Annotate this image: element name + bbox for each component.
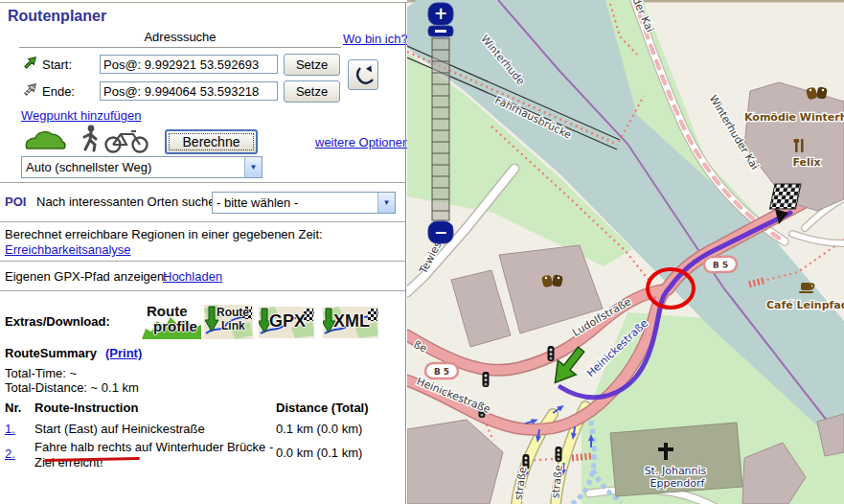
instruction-2-distance: 0.0 km (0.1 km) [276,446,362,460]
badge-text: Route [217,307,249,318]
map-viewport[interactable]: B 5 B 5 Winterhude Fährhausbrücke der Ka… [407,0,844,504]
instruction-2-link[interactable]: 2. [5,447,15,461]
end-label: Ende: [42,84,75,99]
cafe-cup-icon [799,283,814,293]
end-set-button[interactable]: Setze [284,80,340,103]
divider [0,290,405,292]
address-search-header: Adresssuche [19,30,341,48]
col-header-nr: Nr. [5,401,21,415]
swap-start-end-button[interactable] [348,59,378,90]
chevron-down-icon[interactable]: ▼ [244,157,262,177]
poi-label-cafe: Café Leinpfad [766,299,844,311]
highlighted-maneuver: halb rechts [71,440,132,454]
total-distance: Total-Distance: ~ 0.1 km [5,380,139,395]
xml-download-button[interactable]: XML [323,307,378,338]
col-header-distance: Distance (Total) [276,401,369,415]
car-mode-icon[interactable] [23,126,67,153]
start-arrow-icon [22,54,39,71]
start-label: Start: [42,57,72,72]
add-waypoint-link[interactable]: Wegpunkt hinzufügen [21,108,142,123]
instruction-1-link[interactable]: 1. [5,422,15,436]
zoom-control: + − [428,3,453,243]
gpx-text: Eigenen GPX-Pfad anzeigen: [5,269,168,284]
more-options-link[interactable]: weitere Optionen [315,135,409,149]
end-arrow-icon [22,80,39,98]
zoom-slider-handle[interactable] [428,26,453,36]
svg-text:−: − [434,222,447,241]
instruction-2-text-line1: Fahre halb rechts auf Winterhuder Brücke… [34,440,273,454]
badge-text: Route [147,304,188,318]
svg-text:+: + [434,4,447,23]
extras-label: Extras/Download: [5,314,110,329]
mode-select-value: Auto (schnellster Weg) [22,160,244,174]
divider [0,221,405,223]
badge-text: profile [153,319,197,333]
route-ref-badge-b5-bridge: B 5 [704,256,738,272]
route-link-button[interactable]: Route Link [204,305,253,339]
where-am-i-link[interactable]: Wo bin ich? [343,32,408,46]
svg-text:B 5: B 5 [434,367,449,377]
badge-text: XML [333,312,370,330]
divider [0,261,405,263]
pedestrian-mode-icon[interactable] [80,124,101,152]
instruction-1-distance: 0.1 km (0.0 km) [276,422,362,436]
poi-text: Nach interessanten Orten suchen [36,195,222,209]
route-ref-badge-b5-west: B 5 [425,363,458,378]
poi-select-value: - bitte wählen - [213,195,377,210]
poi-label: POI [5,195,26,209]
route-profile-button[interactable]: Route profile [142,302,201,339]
map-canvas[interactable]: B 5 B 5 Winterhude Fährhausbrücke der Ka… [407,0,844,504]
zoom-out-button[interactable]: − [428,221,453,243]
poi-select[interactable]: - bitte wählen - ▼ [212,192,396,214]
bicycle-mode-icon[interactable] [103,126,151,153]
total-time: Total-Time: ~ [5,366,77,380]
badge-text: GPX [269,312,306,330]
print-link[interactable]: (Print) [105,346,142,360]
page-title: Routenplaner [8,8,106,25]
instruction-1-text: Start (East) auf Heinickestraße [34,422,205,436]
zoom-in-button[interactable]: + [428,3,453,25]
start-set-button[interactable]: Setze [284,54,340,76]
chevron-down-icon[interactable]: ▼ [377,193,395,213]
reachability-link[interactable]: Erreichbarkeitsanalyse [5,242,131,257]
poi-label-theatre: Komödie Winterhude [744,111,844,124]
swap-arrow-icon [354,63,376,84]
panel-map-divider [405,2,406,504]
zoom-slider-track[interactable] [432,38,449,220]
start-input[interactable] [100,55,278,74]
church-label-line2: Eppendorf [650,477,706,490]
summary-title: RouteSummary [5,346,97,360]
badge-text: Link [221,320,245,332]
poi-label-restaurant: Felix [792,156,820,169]
mode-select[interactable]: Auto (schnellster Weg) ▼ [21,156,262,178]
col-header-instruction: Route-Instruction [34,401,138,415]
divider [0,182,405,184]
reachability-text: Berechnet erreichbare Regionen in einer … [5,227,323,241]
end-input[interactable] [100,81,278,101]
calculate-button[interactable]: Berechne [165,129,258,154]
gpx-upload-link[interactable]: Hochladen [163,269,222,284]
gpx-download-button[interactable]: GPX [259,307,314,338]
svg-text:B 5: B 5 [713,260,729,270]
church-label-line1: St. Johannis [645,465,707,477]
